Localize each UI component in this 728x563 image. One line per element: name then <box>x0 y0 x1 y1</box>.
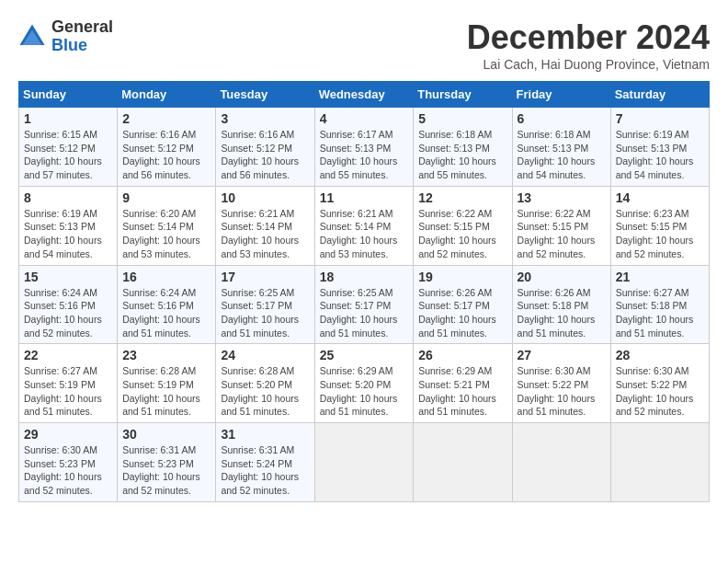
calendar-day-cell: 16Sunrise: 6:24 AMSunset: 5:16 PMDayligh… <box>118 265 216 344</box>
day-number: 19 <box>418 270 506 284</box>
day-number: 5 <box>418 111 506 126</box>
calendar-week-row: 1Sunrise: 6:15 AMSunset: 5:12 PMDaylight… <box>19 108 710 187</box>
calendar-day-cell <box>414 423 512 502</box>
calendar-day-cell: 25Sunrise: 6:29 AMSunset: 5:20 PMDayligh… <box>314 344 414 423</box>
calendar-week-row: 15Sunrise: 6:24 AMSunset: 5:16 PMDayligh… <box>19 265 710 344</box>
day-number: 2 <box>122 111 210 126</box>
calendar-day-cell <box>512 423 610 502</box>
day-info: Sunrise: 6:25 AMSunset: 5:17 PMDaylight:… <box>320 286 409 340</box>
calendar-day-cell: 4Sunrise: 6:17 AMSunset: 5:13 PMDaylight… <box>314 108 414 187</box>
day-number: 12 <box>418 190 506 205</box>
day-info: Sunrise: 6:21 AMSunset: 5:14 PMDaylight:… <box>221 207 309 261</box>
calendar-body: 1Sunrise: 6:15 AMSunset: 5:12 PMDaylight… <box>19 108 710 502</box>
day-info: Sunrise: 6:19 AMSunset: 5:13 PMDaylight:… <box>24 207 112 261</box>
calendar-day-cell: 7Sunrise: 6:19 AMSunset: 5:13 PMDaylight… <box>610 108 709 187</box>
day-info: Sunrise: 6:16 AMSunset: 5:12 PMDaylight:… <box>221 128 309 182</box>
calendar-week-row: 29Sunrise: 6:30 AMSunset: 5:23 PMDayligh… <box>19 423 710 502</box>
day-number: 21 <box>616 270 704 284</box>
calendar-day-cell: 8Sunrise: 6:19 AMSunset: 5:13 PMDaylight… <box>19 186 118 265</box>
calendar-day-cell: 10Sunrise: 6:21 AMSunset: 5:14 PMDayligh… <box>216 186 314 265</box>
day-info: Sunrise: 6:27 AMSunset: 5:19 PMDaylight:… <box>24 364 112 419</box>
day-number: 8 <box>24 190 112 205</box>
calendar-day-cell: 15Sunrise: 6:24 AMSunset: 5:16 PMDayligh… <box>19 265 118 344</box>
day-info: Sunrise: 6:31 AMSunset: 5:23 PMDaylight:… <box>122 443 210 498</box>
day-number: 6 <box>518 111 606 126</box>
day-info: Sunrise: 6:18 AMSunset: 5:13 PMDaylight:… <box>518 128 606 182</box>
calendar-week-row: 22Sunrise: 6:27 AMSunset: 5:19 PMDayligh… <box>19 344 710 423</box>
day-number: 14 <box>616 190 704 205</box>
day-number: 31 <box>221 427 309 442</box>
day-info: Sunrise: 6:22 AMSunset: 5:15 PMDaylight:… <box>418 207 506 261</box>
day-info: Sunrise: 6:30 AMSunset: 5:23 PMDaylight:… <box>24 443 112 498</box>
calendar-day-cell: 11Sunrise: 6:21 AMSunset: 5:14 PMDayligh… <box>314 186 414 265</box>
location: Lai Cach, Hai Duong Province, Vietnam <box>467 57 710 72</box>
calendar-day-cell: 22Sunrise: 6:27 AMSunset: 5:19 PMDayligh… <box>19 344 118 423</box>
logo-blue: Blue <box>51 37 113 55</box>
calendar-week-row: 8Sunrise: 6:19 AMSunset: 5:13 PMDaylight… <box>19 186 710 265</box>
calendar-day-cell: 27Sunrise: 6:30 AMSunset: 5:22 PMDayligh… <box>512 344 610 423</box>
day-info: Sunrise: 6:29 AMSunset: 5:21 PMDaylight:… <box>418 364 506 419</box>
day-info: Sunrise: 6:26 AMSunset: 5:18 PMDaylight:… <box>518 286 606 340</box>
calendar-day-cell: 26Sunrise: 6:29 AMSunset: 5:21 PMDayligh… <box>414 344 512 423</box>
calendar-day-cell: 17Sunrise: 6:25 AMSunset: 5:17 PMDayligh… <box>216 265 314 344</box>
day-info: Sunrise: 6:19 AMSunset: 5:13 PMDaylight:… <box>616 128 704 182</box>
day-info: Sunrise: 6:25 AMSunset: 5:17 PMDaylight:… <box>221 286 309 340</box>
day-number: 17 <box>221 270 309 284</box>
day-number: 9 <box>122 190 210 205</box>
day-number: 25 <box>320 348 409 362</box>
calendar-day-cell: 19Sunrise: 6:26 AMSunset: 5:17 PMDayligh… <box>414 265 512 344</box>
day-number: 20 <box>518 270 606 284</box>
calendar-day-cell: 30Sunrise: 6:31 AMSunset: 5:23 PMDayligh… <box>118 423 216 502</box>
day-number: 22 <box>24 348 112 362</box>
day-info: Sunrise: 6:16 AMSunset: 5:12 PMDaylight:… <box>122 128 210 182</box>
day-info: Sunrise: 6:24 AMSunset: 5:16 PMDaylight:… <box>122 286 210 340</box>
day-number: 3 <box>221 111 309 126</box>
day-number: 4 <box>320 111 409 126</box>
logo-general: General <box>51 18 113 37</box>
day-number: 26 <box>418 348 506 362</box>
calendar-day-cell: 31Sunrise: 6:31 AMSunset: 5:24 PMDayligh… <box>216 423 314 502</box>
day-info: Sunrise: 6:17 AMSunset: 5:13 PMDaylight:… <box>320 128 409 182</box>
day-number: 28 <box>616 348 704 362</box>
day-number: 15 <box>24 270 112 284</box>
logo: General Blue <box>18 18 113 55</box>
calendar-header: SundayMondayTuesdayWednesdayThursdayFrid… <box>19 82 710 108</box>
calendar-day-cell: 1Sunrise: 6:15 AMSunset: 5:12 PMDaylight… <box>19 108 118 187</box>
calendar-day-cell: 23Sunrise: 6:28 AMSunset: 5:19 PMDayligh… <box>118 344 216 423</box>
day-info: Sunrise: 6:28 AMSunset: 5:19 PMDaylight:… <box>122 364 210 419</box>
day-number: 27 <box>518 348 606 362</box>
day-info: Sunrise: 6:27 AMSunset: 5:18 PMDaylight:… <box>616 286 704 340</box>
day-number: 30 <box>122 427 210 442</box>
day-info: Sunrise: 6:26 AMSunset: 5:17 PMDaylight:… <box>418 286 506 340</box>
day-info: Sunrise: 6:29 AMSunset: 5:20 PMDaylight:… <box>320 364 409 419</box>
day-number: 11 <box>320 190 409 205</box>
calendar-day-cell <box>314 423 414 502</box>
day-info: Sunrise: 6:30 AMSunset: 5:22 PMDaylight:… <box>616 364 704 419</box>
day-info: Sunrise: 6:18 AMSunset: 5:13 PMDaylight:… <box>418 128 506 182</box>
day-info: Sunrise: 6:21 AMSunset: 5:14 PMDaylight:… <box>320 207 409 261</box>
calendar-day-cell: 18Sunrise: 6:25 AMSunset: 5:17 PMDayligh… <box>314 265 414 344</box>
calendar-day-cell: 20Sunrise: 6:26 AMSunset: 5:18 PMDayligh… <box>512 265 610 344</box>
calendar-day-cell: 3Sunrise: 6:16 AMSunset: 5:12 PMDaylight… <box>216 108 314 187</box>
day-number: 13 <box>518 190 606 205</box>
calendar-day-cell: 12Sunrise: 6:22 AMSunset: 5:15 PMDayligh… <box>414 186 512 265</box>
logo-icon <box>18 23 46 51</box>
title-section: December 2024 Lai Cach, Hai Duong Provin… <box>467 18 710 72</box>
day-info: Sunrise: 6:28 AMSunset: 5:20 PMDaylight:… <box>221 364 309 419</box>
calendar-day-cell: 28Sunrise: 6:30 AMSunset: 5:22 PMDayligh… <box>610 344 709 423</box>
day-number: 1 <box>24 111 112 126</box>
days-of-week-row: SundayMondayTuesdayWednesdayThursdayFrid… <box>19 82 710 108</box>
calendar-day-cell: 6Sunrise: 6:18 AMSunset: 5:13 PMDaylight… <box>512 108 610 187</box>
day-of-week-header: Thursday <box>414 82 512 108</box>
day-of-week-header: Wednesday <box>314 82 414 108</box>
day-number: 7 <box>616 111 704 126</box>
day-of-week-header: Sunday <box>19 82 118 108</box>
day-info: Sunrise: 6:23 AMSunset: 5:15 PMDaylight:… <box>616 207 704 261</box>
day-info: Sunrise: 6:22 AMSunset: 5:15 PMDaylight:… <box>518 207 606 261</box>
day-info: Sunrise: 6:15 AMSunset: 5:12 PMDaylight:… <box>24 128 112 182</box>
calendar-day-cell: 14Sunrise: 6:23 AMSunset: 5:15 PMDayligh… <box>610 186 709 265</box>
page-header: General Blue December 2024 Lai Cach, Hai… <box>18 18 710 72</box>
day-of-week-header: Tuesday <box>216 82 314 108</box>
calendar-day-cell: 13Sunrise: 6:22 AMSunset: 5:15 PMDayligh… <box>512 186 610 265</box>
day-info: Sunrise: 6:24 AMSunset: 5:16 PMDaylight:… <box>24 286 112 340</box>
